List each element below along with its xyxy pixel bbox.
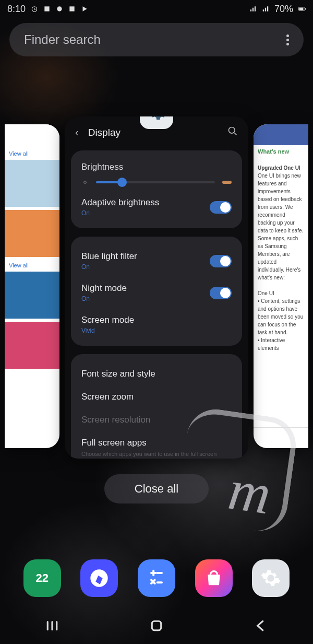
search-icon[interactable] — [227, 126, 238, 139]
recents-carousel[interactable]: View all View all ‹ Display Brightness — [0, 103, 313, 469]
svg-rect-5 — [299, 8, 303, 10]
dock-store-app[interactable] — [195, 559, 233, 597]
screen-resolution-label: Screen resolution — [81, 415, 150, 425]
sun-low-icon — [81, 179, 89, 186]
typography-group: Font size and style Screen zoom Screen r… — [71, 354, 242, 459]
right-card-body: Upgraded One UI One UI brings new featur… — [254, 161, 308, 427]
screen-mode-row[interactable]: Screen mode Vivid — [80, 309, 233, 341]
adaptive-brightness-toggle[interactable] — [210, 201, 232, 214]
alarm-icon — [31, 5, 38, 13]
play-icon — [81, 5, 88, 13]
close-all-button[interactable]: Close all — [104, 474, 209, 504]
night-mode-sub: On — [81, 295, 127, 302]
svg-rect-3 — [69, 6, 74, 11]
svg-point-8 — [84, 181, 87, 184]
svg-rect-1 — [44, 6, 49, 11]
nav-bar — [0, 607, 313, 644]
notif-icon-3 — [68, 5, 76, 13]
blue-light-row[interactable]: Blue light filter On — [80, 245, 233, 277]
full-screen-apps-label: Full screen apps — [81, 438, 147, 448]
page-title: Display — [88, 127, 121, 138]
signal-icon — [249, 5, 257, 13]
right-card-heading: What's new — [254, 145, 308, 161]
nav-recents-button[interactable] — [44, 618, 60, 634]
shopping-bag-icon — [203, 568, 224, 589]
svg-point-2 — [57, 6, 62, 11]
dock-calculator-app[interactable] — [138, 559, 175, 597]
brightness-slider[interactable] — [81, 179, 232, 186]
dock-settings-app[interactable] — [252, 559, 290, 597]
calendar-day: 22 — [36, 571, 49, 585]
screen-zoom-label: Screen zoom — [81, 392, 134, 402]
notif-icon-2 — [56, 5, 63, 13]
recent-card-settings[interactable]: ‹ Display Brightness Adaptive brightness… — [65, 116, 248, 459]
sun-high-icon — [222, 181, 232, 184]
night-mode-toggle[interactable] — [210, 287, 232, 299]
gallery-section-label: View all — [5, 148, 59, 160]
night-mode-row[interactable]: Night mode On — [80, 277, 233, 309]
font-size-row[interactable]: Font size and style — [80, 362, 233, 385]
nav-back-button[interactable] — [253, 618, 269, 634]
screen-mode-sub: Vivid — [81, 327, 134, 334]
screen-zoom-row[interactable]: Screen zoom — [80, 385, 233, 408]
brightness-label: Brightness — [81, 162, 232, 172]
blue-light-label: Blue light filter — [81, 251, 137, 262]
search-placeholder: Finder search — [24, 32, 101, 47]
screen-resolution-row[interactable]: Screen resolution — [80, 408, 233, 431]
adaptive-brightness-row[interactable]: Adaptive brightness On — [80, 191, 233, 223]
dock-internet-app[interactable] — [80, 559, 118, 597]
svg-rect-6 — [305, 8, 306, 9]
full-screen-apps-row[interactable]: Full screen apps Choose which apps you w… — [80, 431, 233, 459]
font-size-label: Font size and style — [81, 369, 155, 379]
settings-app-icon[interactable] — [140, 116, 173, 129]
blue-light-sub: On — [81, 263, 137, 271]
display-modes-group: Blue light filter On Night mode On Scree… — [71, 237, 242, 346]
calculator-icon — [146, 568, 167, 589]
gear-icon — [260, 568, 281, 589]
status-time: 8:10 — [7, 4, 26, 15]
signal-icon-2 — [262, 5, 269, 13]
back-icon[interactable]: ‹ — [75, 126, 79, 138]
dock-calendar-app[interactable]: 22 — [23, 559, 61, 597]
gear-icon — [147, 116, 166, 122]
recent-card-gallery[interactable]: View all View all — [5, 124, 59, 448]
compass-icon — [89, 568, 110, 589]
recent-card-social[interactable]: What's new Upgraded One UI One UI brings… — [254, 124, 308, 448]
screen-mode-label: Screen mode — [81, 315, 134, 325]
status-battery: 70% — [274, 4, 293, 15]
adaptive-brightness-label: Adaptive brightness — [81, 197, 159, 208]
notif-icon — [43, 5, 51, 13]
status-bar: 8:10 70% — [0, 0, 313, 18]
svg-point-7 — [229, 127, 235, 134]
svg-rect-10 — [152, 621, 161, 630]
adaptive-brightness-sub: On — [81, 209, 159, 217]
nav-home-button[interactable] — [149, 618, 164, 634]
dock: 22 — [0, 559, 313, 597]
blue-light-toggle[interactable] — [210, 255, 232, 267]
full-screen-apps-note: Choose which apps you want to use in the… — [81, 450, 232, 459]
brightness-group: Brightness Adaptive brightness On — [71, 150, 242, 228]
finder-search[interactable]: Finder search — [9, 23, 304, 56]
more-icon[interactable] — [286, 34, 289, 45]
close-all-label: Close all — [135, 482, 178, 496]
night-mode-label: Night mode — [81, 283, 127, 294]
battery-icon — [298, 5, 306, 13]
gallery-section-label: View all — [5, 260, 59, 272]
